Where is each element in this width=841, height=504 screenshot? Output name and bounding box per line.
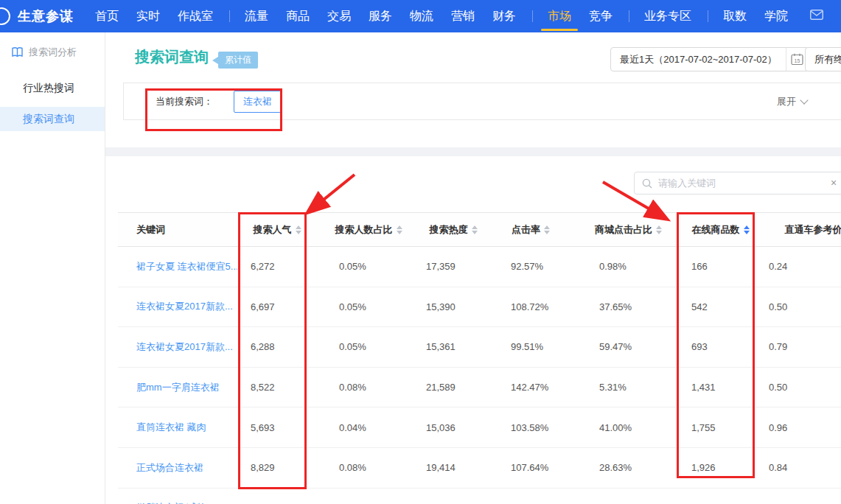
column-header-5[interactable]: 商城点击占比 [575,213,682,247]
value-cell: 6,272 [237,247,317,287]
nav-divider [532,10,533,22]
value-cell: 8,522 [237,367,317,407]
mail-icon[interactable] [810,10,823,23]
nav-divider [708,10,708,22]
sort-icon[interactable] [656,225,662,234]
column-header-1[interactable]: 搜索人气 [237,213,317,247]
nav-item-7[interactable]: 服务 [369,9,392,24]
nav-item-2[interactable]: 作战室 [178,9,213,24]
value-cell: 0.50 [759,367,841,407]
nav-item-18[interactable]: 学院 [764,9,788,24]
table-row-6: 微胖连衣裙 减龄9,8560.10%26,141124.43%45.44%2,1… [118,488,841,504]
keyword-cell: 连衣裙女夏2017新款... [118,327,237,368]
column-header-7[interactable]: 直通车参考价 [759,213,841,247]
value-cell: 92.57% [486,247,575,287]
column-header-6[interactable]: 在线商品数 [682,213,759,247]
nav-item-8[interactable]: 物流 [410,9,433,24]
nav-item-4[interactable]: 流量 [245,9,268,24]
keyword-cell: 肥mm一字肩连衣裙 [118,367,237,407]
keyword-link[interactable]: 连衣裙女夏2017新款... [136,341,233,352]
badge-arrow-icon [212,57,218,64]
nav-item-5[interactable]: 商品 [286,9,310,24]
sidebar-item-0[interactable]: 行业热搜词 [0,76,105,100]
column-header-2[interactable]: 搜索人数占比 [317,213,420,247]
column-header-3[interactable]: 搜索热度 [420,213,486,247]
sidebar-section-header: 搜索词分析 [0,32,105,69]
nav-item-17[interactable]: 取数 [723,9,747,24]
clear-search-icon[interactable]: × [831,177,837,189]
value-cell: 0.05% [317,327,420,368]
current-keyword-panel: 当前搜索词： 连衣裙 展开 [123,83,841,120]
value-cell: 0.08% [317,447,420,488]
book-icon [12,47,23,57]
sidebar-item-1[interactable]: 搜索词查询 [0,107,105,131]
value-cell: 0.98% [575,247,682,287]
date-range-label: 最近1天（2017-07-02~2017-07-02） [611,53,786,66]
sort-icon[interactable] [544,225,550,234]
nav-item-15[interactable]: 业务专区 [644,9,691,24]
app-title: 生意参谋 [18,7,74,25]
nav-menu: 首页实时作战室流量商品交易服务物流营销财务市场竞争业务专区取数学院 [95,0,806,32]
value-cell: 15,361 [420,327,486,368]
sort-icon[interactable] [296,225,301,234]
value-cell: 542 [682,287,759,327]
column-label: 搜索热度 [430,224,468,235]
value-cell: 45.44% [575,488,682,504]
keyword-link[interactable]: 正式场合连衣裙 [136,462,203,473]
keyword-link[interactable]: 肥mm一字肩连衣裙 [136,382,220,393]
value-cell: 0.10% [317,488,420,504]
chevron-down-icon [800,96,808,104]
keyword-link[interactable]: 直筒连衣裙 藏肉 [136,421,206,433]
nav-item-10[interactable]: 财务 [492,9,516,24]
value-cell: 15,036 [420,407,486,448]
table-row-3: 肥mm一字肩连衣裙8,5220.08%21,589142.47%5.31%1,4… [118,367,841,407]
keyword-cell: 裙子女夏 连衣裙便宜5... [118,247,237,287]
keyword-chip[interactable]: 连衣裙 [234,91,282,113]
sort-icon[interactable] [472,225,478,234]
value-cell: 0.83 [759,488,841,504]
value-cell: 5,693 [237,407,317,448]
value-cell: 19,414 [420,447,486,488]
nav-divider [629,10,629,22]
keyword-cell: 直筒连衣裙 藏肉 [118,407,237,448]
column-label: 在线商品数 [692,224,740,235]
expand-label: 展开 [777,95,796,108]
sidebar-section-label: 搜索词分析 [29,46,77,59]
sort-icon[interactable] [397,225,402,234]
nav-item-1[interactable]: 实时 [136,9,160,24]
nav-item-13[interactable]: 竞争 [589,9,613,24]
keyword-cell: 正式场合连衣裙 [118,447,237,488]
value-cell: 142.47% [486,367,575,407]
value-cell: 107.64% [486,447,575,488]
value-cell: 5.31% [575,367,682,407]
date-range-picker[interactable]: 最近1天（2017-07-02~2017-07-02） 15 [610,47,809,71]
column-header-4[interactable]: 点击率 [486,213,575,247]
nav-item-6[interactable]: 交易 [327,9,351,24]
column-label: 关键词 [136,224,165,235]
terminal-label: 所有终端 [814,53,841,66]
terminal-select[interactable]: 所有终端 [805,47,841,71]
value-cell: 21,589 [420,367,486,407]
column-label: 直通车参考价 [785,224,841,235]
cumulative-badge: 累计值 [212,52,258,69]
app-logo[interactable]: 生意参谋 [0,7,74,25]
sort-icon[interactable] [744,225,750,234]
nav-divider [229,10,230,22]
value-cell: 0.04% [317,407,420,448]
value-cell: 0.96 [759,407,841,448]
expand-toggle[interactable]: 展开 [777,83,807,119]
keyword-link[interactable]: 连衣裙女夏2017新款... [136,301,233,312]
nav-item-9[interactable]: 营销 [451,9,475,24]
value-cell: 6,697 [237,287,317,327]
nav-item-0[interactable]: 首页 [95,9,119,24]
nav-item-12[interactable]: 市场 [548,9,571,24]
badge-label: 累计值 [218,52,258,69]
value-cell: 0.84 [759,447,841,488]
keyword-link[interactable]: 裙子女夏 连衣裙便宜5... [136,261,237,272]
value-cell: 17,359 [420,247,486,287]
value-cell: 124.43% [486,488,575,504]
current-keyword-label: 当前搜索词： [156,95,213,108]
search-input[interactable] [635,172,841,194]
table-row-4: 直筒连衣裙 藏肉5,6930.04%15,036103.58%41.00%1,7… [118,407,841,448]
value-cell: 0.24 [759,247,841,287]
